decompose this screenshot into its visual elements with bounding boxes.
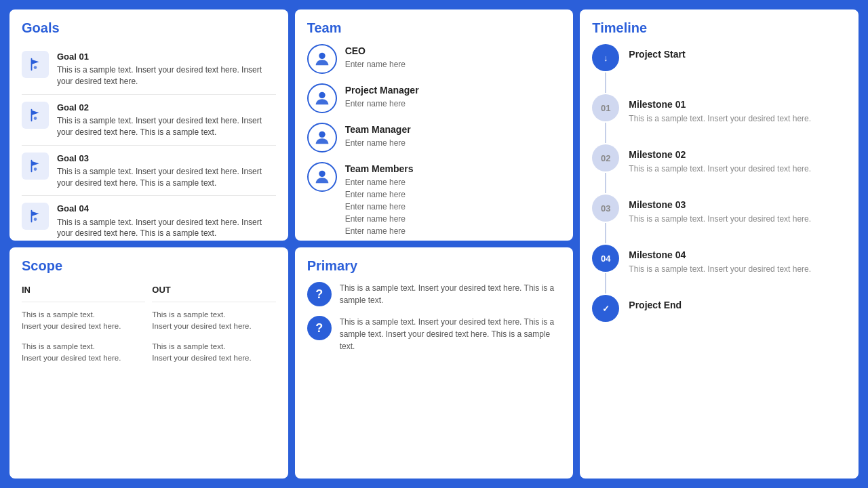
team-role-3: Team Manager [345,123,411,137]
avatar-2 [307,83,337,113]
timeline-connector-5: 04 [592,245,619,295]
svg-point-3 [34,117,37,120]
primary-card: Primary ? This is a sample text. Insert … [295,247,574,479]
primary-list: ? This is a sample text. Insert your des… [307,282,561,352]
timeline-text-4: Milestone 03 This is a sample text. Inse… [629,195,811,224]
team-role-text-3: Team Manager Enter name here [345,123,411,149]
goal-item-4: Goal 04 This is a sample text. Insert yo… [22,196,276,241]
svg-point-5 [34,167,37,171]
goal-item-1: Goal 01 This is a sample text. Insert yo… [22,44,276,95]
timeline-label-5: Milestone 04 [629,249,811,262]
primary-icon-1: ? [307,282,332,306]
team-member-4: Team Members Enter name hereEnter name h… [307,162,561,237]
timeline-item-5: 04Milestone 04 This is a sample text. In… [592,245,846,295]
svg-point-11 [319,171,325,177]
svg-point-10 [319,131,325,138]
timeline-line-5 [605,273,606,293]
timeline-item-6: ✓Project End [592,295,846,322]
goal-desc-2: This is a sample text. Insert your desir… [57,116,262,137]
team-role-text-1: CEO Enter name here [345,44,406,70]
timeline-label-2: Milestone 01 [629,98,811,112]
goal-text-2: Goal 02 This is a sample text. Insert yo… [57,102,276,138]
goals-title: Goals [22,20,276,36]
goal-label-2: Goal 02 [57,102,276,114]
scope-in-item-2: This is a sample text.Insert your desire… [22,341,145,365]
avatar-3 [307,123,337,152]
team-member-3: Team Manager Enter name here [307,123,561,152]
timeline-text-3: Milestone 02 This is a sample text. Inse… [629,144,811,174]
goal-icon-3 [22,152,49,180]
team-role-4: Team Members [345,162,414,176]
goal-label-4: Goal 04 [57,203,276,215]
timeline-sub-2: This is a sample text. Insert your desir… [629,114,811,123]
timeline-connector-2: 01 [592,94,619,144]
goals-list: Goal 01 This is a sample text. Insert yo… [22,44,276,241]
goal-desc-1: This is a sample text. Insert your desir… [57,65,262,86]
team-member-name: Enter name here [345,178,406,187]
timeline-line-4 [605,223,606,243]
team-member-name: Enter name here [345,60,406,69]
timeline-sub-5: This is a sample text. Insert your desir… [629,264,811,274]
primary-title: Primary [307,258,561,274]
timeline-circle-3: 02 [592,144,619,171]
timeline-list: ↓Project Start 01Milestone 01 This is a … [592,44,846,322]
avatar-1 [307,44,337,74]
timeline-label-6: Project End [629,299,682,312]
scope-in-items: This is a sample text.Insert your desire… [22,309,145,364]
timeline-text-2: Milestone 01 This is a sample text. Inse… [629,94,811,124]
timeline-item-1: ↓Project Start [592,44,846,94]
timeline-connector-6: ✓ [592,295,619,322]
team-member-name: Enter name here [345,214,406,224]
timeline-text-5: Milestone 04 This is a sample text. Inse… [629,245,811,274]
team-member-name: Enter name here [345,202,406,211]
timeline-title: Timeline [592,20,846,36]
svg-point-7 [34,218,37,222]
team-card: Team CEO Enter name here Project Manager… [295,9,574,241]
timeline-circle-2: 01 [592,94,619,121]
team-member-1: CEO Enter name here [307,44,561,74]
team-list: CEO Enter name here Project Manager Ente… [307,44,561,237]
team-role-2: Project Manager [345,83,419,98]
goal-text-1: Goal 01 This is a sample text. Insert yo… [57,51,276,87]
timeline-item-3: 02Milestone 02 This is a sample text. In… [592,144,846,195]
team-member-name: Enter name here [345,138,406,148]
svg-point-8 [319,53,325,59]
timeline-line-2 [605,123,606,143]
timeline-card: Timeline ↓Project Start 01Milestone 01 T… [580,9,859,479]
scope-out-item-1: This is a sample text.Insert your desire… [152,309,275,333]
team-member-name: Enter name here [345,190,406,199]
scope-out-items: This is a sample text.Insert your desire… [152,309,275,364]
timeline-line-3 [605,173,606,193]
timeline-sub-4: This is a sample text. Insert your desir… [629,214,811,224]
timeline-circle-6: ✓ [592,295,619,322]
scope-title: Scope [22,258,276,274]
timeline-text-1: Project Start [629,44,685,63]
timeline-line-1 [605,73,606,93]
goal-text-3: Goal 03 This is a sample text. Insert yo… [57,152,276,189]
goal-icon-4 [22,203,49,230]
primary-text-2: This is a sample text. Insert your desir… [340,316,561,352]
goal-icon-1 [22,51,49,78]
timeline-label-4: Milestone 03 [629,199,811,212]
timeline-connector-3: 02 [592,144,619,195]
scope-grid: IN This is a sample text.Insert your des… [22,282,276,467]
scope-in-col: IN This is a sample text.Insert your des… [22,282,145,467]
goal-desc-3: This is a sample text. Insert your desir… [57,167,262,188]
scope-divider-out [152,302,275,302]
svg-point-9 [319,92,325,98]
timeline-circle-4: 03 [592,195,619,222]
team-title: Team [307,20,561,36]
scope-divider-in [22,302,145,302]
team-member-name: Enter name here [345,99,406,108]
svg-point-1 [34,66,37,69]
team-member-name: Enter name here [345,226,406,236]
timeline-item-2: 01Milestone 01 This is a sample text. In… [592,94,846,144]
team-member-2: Project Manager Enter name here [307,83,561,113]
scope-in-item-1: This is a sample text.Insert your desire… [22,309,145,333]
scope-out-item-2: This is a sample text.Insert your desire… [152,341,275,365]
timeline-label-3: Milestone 02 [629,148,811,162]
goals-card: Goals Goal 01 This is a sample text. Ins… [9,9,288,241]
scope-out-col: OUT This is a sample text.Insert your de… [152,282,275,467]
team-role-text-2: Project Manager Enter name here [345,83,419,110]
primary-text-1: This is a sample text. Insert your desir… [340,282,561,306]
